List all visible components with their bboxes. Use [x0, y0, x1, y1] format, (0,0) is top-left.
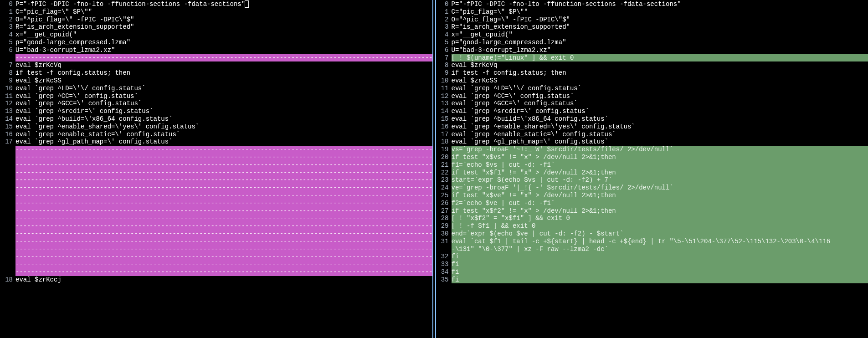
diff-row[interactable]: -\131" "\0-\377" | xz -F raw --lzma2 -dc… — [436, 246, 868, 253]
diff-row[interactable]: 2O="^pic_flag=\" -fPIC -DPIC\"$" — [436, 16, 868, 24]
diff-row[interactable]: 10eval `grep ^LD=\'\/ config.status` — [0, 85, 432, 92]
diff-row[interactable]: ----------------------------------------… — [0, 215, 432, 222]
diff-row[interactable]: 0P="-fPIC -DPIC -fno-lto -ffunction-sect… — [436, 0, 868, 8]
line-number: 31 — [436, 238, 452, 246]
diff-row[interactable]: 11eval `grep ^LD=\'\/ config.status` — [436, 85, 868, 92]
diff-row[interactable]: ----------------------------------------… — [0, 207, 432, 215]
diff-row[interactable]: 19vs=`grep -broaF '~!:_ W' $srcdir/tests… — [436, 146, 868, 154]
code-line: eval `grep ^GCC=\' config.status` — [452, 100, 868, 108]
line-number — [0, 200, 15, 207]
line-number: 27 — [436, 207, 452, 215]
diff-row[interactable]: 25if test "x$ve" != "x" > /dev/null 2>&1… — [436, 192, 868, 200]
diff-row[interactable]: ----------------------------------------… — [0, 246, 432, 253]
diff-row[interactable]: ----------------------------------------… — [0, 146, 432, 154]
placeholder-line: ----------------------------------------… — [15, 161, 432, 169]
diff-row[interactable]: 8if test -f config.status; then — [0, 69, 432, 77]
diff-row[interactable]: 34fi — [436, 268, 868, 276]
diff-row[interactable]: 17eval `grep ^enable_static=\' config.st… — [436, 131, 868, 138]
diff-row[interactable]: 14eval `grep ^srcdir=\' config.status` — [436, 108, 868, 115]
line-number: 6 — [0, 46, 15, 54]
diff-row[interactable]: 26f2=`echo $ve | cut -d: -f1` — [436, 200, 868, 207]
line-number: 4 — [0, 31, 15, 39]
line-number: 34 — [436, 268, 452, 276]
diff-row[interactable]: 23start=`expr $(echo $vs | cut -d: -f2) … — [436, 176, 868, 184]
diff-row[interactable]: 4x="__get_cpuid(" — [436, 31, 868, 39]
code-line: fi — [452, 276, 868, 284]
diff-row[interactable]: 1C="pic_flag=\" $P\"" — [0, 8, 432, 16]
diff-row[interactable]: 0P="-fPIC -DPIC -fno-lto -ffunction-sect… — [0, 0, 432, 8]
placeholder-line: ----------------------------------------… — [15, 169, 432, 177]
diff-row[interactable]: 6U="bad-3-corrupt_lzma2.xz" — [0, 46, 432, 54]
diff-row[interactable]: ----------------------------------------… — [0, 268, 432, 276]
diff-row[interactable]: 18eval `grep ^gl_path_map=\' config.stat… — [436, 138, 868, 146]
diff-row[interactable]: 14eval `grep ^build=\'x86_64 config.stat… — [0, 115, 432, 123]
diff-row[interactable]: ----------------------------------------… — [0, 169, 432, 177]
line-number — [0, 169, 15, 177]
code-line: fi — [452, 261, 868, 268]
diff-row[interactable]: 21f1=`echo $vs | cut -d: -f1` — [436, 161, 868, 169]
diff-row[interactable]: ----------------------------------------… — [0, 54, 432, 62]
code-line: eval `grep ^build=\'x86_64 config.status… — [15, 115, 432, 123]
diff-row[interactable]: 15eval `grep ^build=\'x86_64 config.stat… — [436, 115, 868, 123]
placeholder-line: ----------------------------------------… — [15, 215, 432, 222]
diff-row[interactable]: ----------------------------------------… — [0, 238, 432, 246]
diff-row[interactable]: 31eval `cat $f1 | tail -c +${start} | he… — [436, 238, 868, 246]
code-line: eval `grep ^enable_static=\' config.stat… — [452, 131, 868, 138]
diff-row[interactable]: ----------------------------------------… — [0, 184, 432, 192]
diff-row[interactable]: 29[ ! -f $f1 ] && exit 0 — [436, 222, 868, 230]
diff-row[interactable]: ----------------------------------------… — [0, 192, 432, 200]
pane-divider[interactable] — [432, 0, 436, 338]
diff-row[interactable]: ----------------------------------------… — [0, 161, 432, 169]
diff-row[interactable]: 9eval $zrKcSS — [0, 77, 432, 85]
line-number: 14 — [0, 115, 15, 123]
diff-row[interactable]: 3R="is_arch_extension_supported" — [0, 23, 432, 31]
diff-row[interactable]: 13eval `grep ^GCC=\' config.status` — [436, 100, 868, 108]
line-number — [0, 215, 15, 222]
code-line: if test "x$f1" != "x" > /dev/null 2>&1;t… — [452, 169, 868, 177]
diff-pane-right[interactable]: 0P="-fPIC -DPIC -fno-lto -ffunction-sect… — [436, 0, 868, 338]
diff-row[interactable]: 27if test "x$f2" != "x" > /dev/null 2>&1… — [436, 207, 868, 215]
diff-row[interactable]: 3R="is_arch_extension_supported" — [436, 23, 868, 31]
diff-row[interactable]: 15eval `grep ^enable_shared=\'yes\' conf… — [0, 123, 432, 131]
diff-row[interactable]: 28[ ! "x$f2" = "x$f1" ] && exit 0 — [436, 215, 868, 222]
diff-row[interactable]: 16eval `grep ^enable_static=\' config.st… — [0, 131, 432, 138]
line-number: 32 — [436, 253, 452, 261]
diff-row[interactable]: 30end=`expr $(echo $ve | cut -d: -f2) - … — [436, 230, 868, 238]
diff-row[interactable]: 8eval $zrKcVq — [436, 61, 868, 69]
diff-row[interactable]: 13eval `grep ^srcdir=\' config.status` — [0, 108, 432, 115]
diff-row[interactable]: 6U="bad-3-corrupt_lzma2.xz" — [436, 46, 868, 54]
diff-row[interactable]: 20if test "x$vs" != "x" > /dev/null 2>&1… — [436, 154, 868, 161]
diff-row[interactable]: 2O="^pic_flag=\" -fPIC -DPIC\"$" — [0, 16, 432, 24]
diff-row[interactable]: 12eval `grep ^GCC=\' config.status` — [0, 100, 432, 108]
diff-row[interactable]: ----------------------------------------… — [0, 200, 432, 207]
diff-row[interactable]: 10eval $zrKcSS — [436, 77, 868, 85]
diff-row[interactable]: ----------------------------------------… — [0, 154, 432, 161]
code-line: R="is_arch_extension_supported" — [15, 23, 432, 31]
diff-row[interactable]: 4x="__get_cpuid(" — [0, 31, 432, 39]
diff-row[interactable]: 17eval `grep ^gl_path_map=\' config.stat… — [0, 138, 432, 146]
diff-row[interactable]: ----------------------------------------… — [0, 261, 432, 268]
code-line: eval `grep ^srcdir=\' config.status` — [15, 108, 432, 115]
diff-row[interactable]: 5p="good-large_compressed.lzma" — [0, 39, 432, 46]
diff-row[interactable]: 18eval $zrKccj — [0, 276, 432, 284]
diff-row[interactable]: 35fi — [436, 276, 868, 284]
diff-row[interactable]: 9if test -f config.status; then — [436, 69, 868, 77]
diff-row[interactable]: 12eval `grep ^CC=\' config.status` — [436, 92, 868, 100]
diff-row[interactable]: 5p="good-large_compressed.lzma" — [436, 39, 868, 46]
diff-row[interactable]: ----------------------------------------… — [0, 253, 432, 261]
diff-row[interactable]: 1C="pic_flag=\" $P\"" — [436, 8, 868, 16]
diff-row[interactable]: 11eval `grep ^CC=\' config.status` — [0, 92, 432, 100]
diff-row[interactable]: 32fi — [436, 253, 868, 261]
diff-row[interactable]: ----------------------------------------… — [0, 222, 432, 230]
placeholder-line: ----------------------------------------… — [15, 154, 432, 161]
diff-pane-left[interactable]: 0P="-fPIC -DPIC -fno-lto -ffunction-sect… — [0, 0, 432, 338]
diff-row[interactable]: 22if test "x$f1" != "x" > /dev/null 2>&1… — [436, 169, 868, 177]
diff-row[interactable]: 7[ ! $(uname)="Linux" ] && exit 0 — [436, 54, 868, 62]
diff-row[interactable]: 33fi — [436, 261, 868, 268]
code-line: if test -f config.status; then — [15, 69, 432, 77]
diff-row[interactable]: ----------------------------------------… — [0, 176, 432, 184]
diff-row[interactable]: 24ve=`grep -broaF '|_!{ -' $srcdir/tests… — [436, 184, 868, 192]
diff-row[interactable]: 16eval `grep ^enable_shared=\'yes\' conf… — [436, 123, 868, 131]
diff-row[interactable]: 7eval $zrKcVq — [0, 61, 432, 69]
diff-row[interactable]: ----------------------------------------… — [0, 230, 432, 238]
